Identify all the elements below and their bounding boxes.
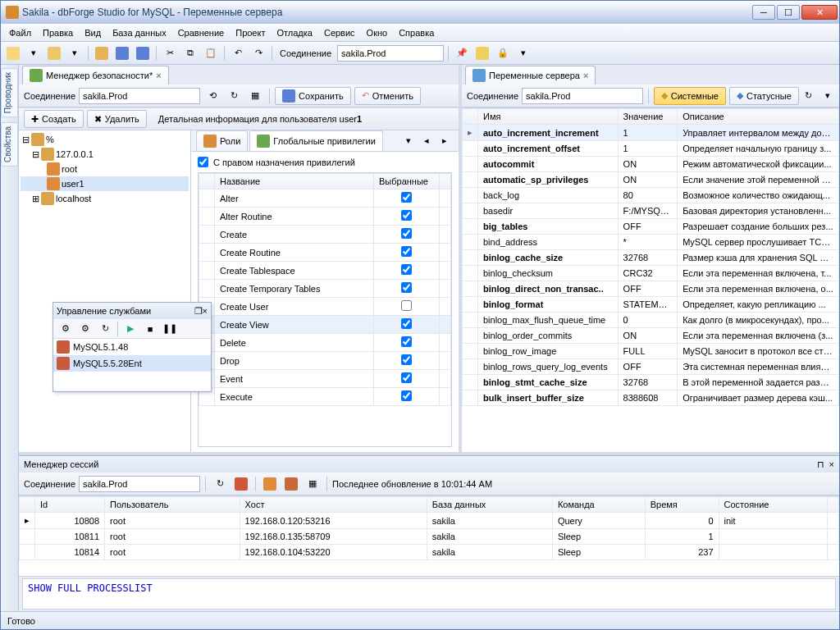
open-icon[interactable] (93, 44, 111, 62)
var-row[interactable]: binlog_formatSTATEMENTОпределяет, какую … (463, 297, 839, 313)
minimize-button[interactable]: ─ (752, 5, 775, 20)
paste-icon[interactable]: 📋 (202, 44, 220, 62)
save-button[interactable]: Сохранить (275, 87, 351, 105)
saveall-icon[interactable] (134, 44, 152, 62)
pause-icon[interactable]: ❚❚ (161, 320, 179, 338)
menu-Окно[interactable]: Окно (362, 26, 393, 39)
gear2-icon[interactable]: ⚙ (76, 320, 94, 338)
create-button[interactable]: ✚Создать (24, 110, 84, 128)
close-icon[interactable]: × (203, 306, 208, 316)
tab-opts-icon[interactable]: ▾ (399, 132, 418, 150)
var-row[interactable]: binlog_max_flush_queue_time0Как долго (в… (463, 313, 839, 328)
priv-row[interactable]: Delete (199, 334, 451, 352)
close-button[interactable]: ✕ (801, 5, 838, 20)
priv-row[interactable]: Create Routine (199, 244, 451, 262)
refresh-icon[interactable]: ⟲ (203, 87, 221, 105)
delete-button[interactable]: ✖Удалить (87, 110, 147, 128)
var-row[interactable]: bind_address*MySQL сервер прослушивает T… (463, 235, 839, 250)
var-row[interactable]: basedirF:/MYSQL...Базовая директория уст… (463, 203, 839, 219)
session-row[interactable]: 10814root192.168.0.104:53220sakilaSleep2… (20, 545, 839, 560)
play-icon[interactable]: ▶ (121, 320, 139, 338)
system-vars-button[interactable]: ◆Системные (654, 87, 726, 105)
services-list[interactable]: MySQL5.1.48 MySQL5.5.28Ent (53, 339, 211, 390)
menu-Справка[interactable]: Справка (394, 26, 439, 39)
tab-right-icon[interactable]: ▸ (436, 132, 454, 150)
close-tab-icon[interactable]: × (583, 71, 588, 80)
grid-icon[interactable]: ▦ (304, 475, 322, 493)
priv-row[interactable]: Execute (199, 388, 451, 406)
cancel-button[interactable]: ↶Отменить (354, 87, 421, 105)
session-row[interactable]: 10811root192.168.0.135:58709sakilaSleep1 (20, 529, 839, 545)
priv-row[interactable]: Create User (199, 298, 451, 316)
var-row[interactable]: binlog_row_imageFULLMySQL заносит в прот… (463, 344, 839, 359)
services-panel[interactable]: Управление службами❐ × ⚙ ⚙ ↻ ▶ ■ ❚❚ MySQ… (52, 302, 212, 392)
priv-row[interactable]: Alter (199, 189, 451, 208)
tab-server-vars[interactable]: Переменные сервера × (465, 66, 596, 84)
tab-left-icon[interactable]: ◂ (418, 132, 436, 150)
refresh-icon[interactable]: ↻ (96, 320, 114, 338)
more-icon[interactable]: ▾ (821, 87, 834, 105)
tab-roles[interactable]: Роли (196, 130, 248, 151)
redo-icon[interactable]: ↷ (249, 44, 267, 62)
var-row[interactable]: binlog_cache_size32768Размер кэша для хр… (463, 250, 839, 266)
refresh-icon[interactable]: ↻ (802, 87, 815, 105)
lock-icon[interactable]: 🔒 (494, 44, 512, 62)
maximize-button[interactable]: ☐ (777, 5, 800, 20)
new2-icon[interactable]: ▾ (66, 44, 84, 62)
refresh2-icon[interactable]: ↻ (225, 87, 243, 105)
menu-Проект[interactable]: Проект (231, 26, 270, 39)
conn-dropdown[interactable] (337, 45, 444, 62)
var-row[interactable]: binlog_rows_query_log_eventsOFFЭта систе… (463, 359, 839, 375)
var-row[interactable]: binlog_checksumCRC32Если эта переменная … (463, 266, 839, 281)
menu-Отладка[interactable]: Отладка (272, 26, 317, 39)
pin-icon[interactable]: ⊓ (817, 459, 824, 470)
var-row[interactable]: big_tablesOFFРазрешает создание больших … (463, 219, 839, 235)
cut-icon[interactable]: ✂ (161, 44, 179, 62)
var-row[interactable]: bulk_insert_buffer_size8388608Ограничива… (463, 390, 839, 406)
tab-security-manager[interactable]: Менеджер безопасности* × (22, 66, 169, 84)
menu-Сравнение[interactable]: Сравнение (173, 26, 230, 39)
menu-База данных[interactable]: База данных (107, 26, 171, 39)
priv-row[interactable]: Create (199, 226, 451, 244)
save-icon[interactable] (113, 44, 131, 62)
edit-icon[interactable] (473, 44, 491, 62)
grant-option-check[interactable]: С правом назначения привилегий (198, 157, 452, 167)
grid-icon[interactable]: ▦ (246, 87, 264, 105)
close-tab-icon[interactable]: × (156, 71, 161, 80)
window-icon[interactable]: ❐ (194, 306, 203, 317)
query-icon[interactable] (45, 44, 63, 62)
refresh-icon[interactable]: ↻ (211, 475, 229, 493)
priv-row[interactable]: Event (199, 370, 451, 388)
copy-icon[interactable]: ⧉ (181, 44, 199, 62)
sql-icon[interactable] (4, 44, 22, 62)
sidetab-explorer[interactable]: Проводник (1, 68, 18, 117)
vars-conn-dropdown[interactable] (522, 88, 643, 104)
stop-icon[interactable]: ■ (141, 320, 159, 338)
kill-icon[interactable] (232, 475, 250, 493)
priv-row[interactable]: Alter Routine (199, 208, 451, 226)
close-icon[interactable]: × (829, 459, 834, 469)
var-row[interactable]: ▸auto_increment_increment1Управляет инте… (463, 125, 839, 141)
sess-conn-dropdown[interactable] (79, 476, 200, 492)
var-row[interactable]: binlog_stmt_cache_size32768В этой переме… (463, 375, 839, 390)
user-icon[interactable] (261, 475, 279, 493)
session-row[interactable]: ▸10808root192.168.0.120:53216sakilaQuery… (20, 513, 839, 529)
menu-Файл[interactable]: Файл (4, 26, 36, 39)
priv-row[interactable]: Drop (199, 352, 451, 370)
var-row[interactable]: autocommitONРежим автоматической фиксаци… (463, 157, 839, 172)
priv-row[interactable]: Create Temporary Tables (199, 280, 451, 298)
user-tree[interactable]: ⊟ % ⊟ 127.0.0.1 root user1 ⊞ localhost (19, 130, 191, 452)
sec-conn-dropdown[interactable] (79, 88, 200, 104)
vars-grid[interactable]: ИмяЗначениеОписание ▸auto_increment_incr… (462, 107, 839, 452)
var-row[interactable]: automatic_sp_privilegesONЕсли значение э… (463, 172, 839, 188)
user2-icon[interactable] (282, 475, 300, 493)
gear-icon[interactable]: ⚙ (57, 320, 75, 338)
undo-icon[interactable]: ↶ (229, 44, 247, 62)
tab-global-privs[interactable]: Глобальные привилегии (249, 130, 383, 151)
more-icon[interactable]: ▾ (514, 44, 532, 62)
var-row[interactable]: auto_increment_offset1Определяет начальн… (463, 141, 839, 157)
priv-row[interactable]: ▸Create View (199, 316, 451, 334)
privileges-grid[interactable]: НазваниеВыбранные AlterAlter RoutineCrea… (198, 172, 452, 447)
menu-Правка[interactable]: Правка (38, 26, 78, 39)
new-icon[interactable]: ▾ (25, 44, 43, 62)
